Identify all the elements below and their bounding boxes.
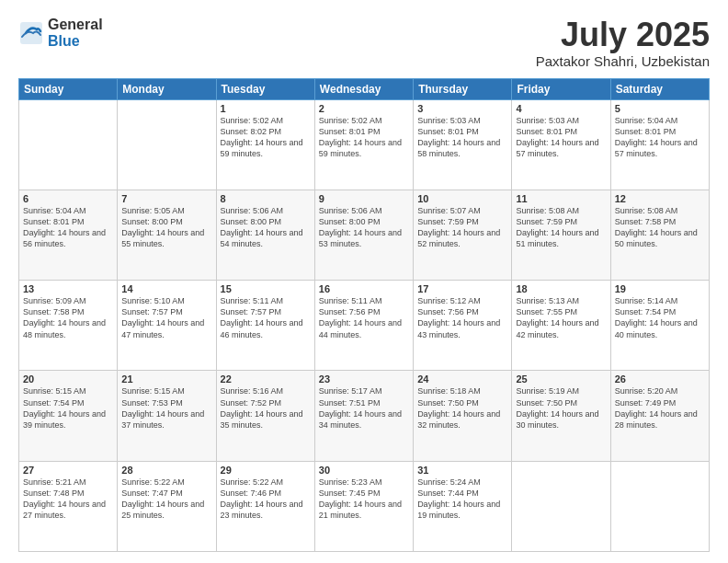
table-row: 3 Sunrise: 5:03 AMSunset: 8:01 PMDayligh…	[414, 99, 512, 190]
header-monday: Monday	[118, 78, 216, 99]
cell-date: 16	[319, 283, 409, 294]
header-thursday: Thursday	[414, 78, 512, 99]
cell-info: Sunrise: 5:20 AMSunset: 7:49 PMDaylight:…	[615, 386, 698, 429]
logo: General Blue	[18, 17, 103, 49]
cell-info: Sunrise: 5:11 AMSunset: 7:57 PMDaylight:…	[221, 296, 303, 339]
cell-date: 28	[121, 465, 211, 476]
cell-info: Sunrise: 5:06 AMSunset: 8:00 PMDaylight:…	[221, 206, 303, 248]
table-row: 16 Sunrise: 5:11 AMSunset: 7:56 PMDaylig…	[314, 281, 413, 371]
cell-info: Sunrise: 5:18 AMSunset: 7:50 PMDaylight:…	[417, 386, 500, 429]
cell-date: 2	[319, 103, 409, 114]
cell-info: Sunrise: 5:04 AMSunset: 8:01 PMDaylight:…	[23, 206, 106, 248]
header-saturday: Saturday	[610, 78, 709, 99]
table-row: 21 Sunrise: 5:15 AMSunset: 7:53 PMDaylig…	[118, 371, 216, 461]
calendar-week-row: 6 Sunrise: 5:04 AMSunset: 8:01 PMDayligh…	[19, 190, 710, 280]
cell-date: 18	[516, 283, 606, 294]
cell-info: Sunrise: 5:10 AMSunset: 7:57 PMDaylight:…	[121, 296, 204, 339]
table-row: 2 Sunrise: 5:02 AMSunset: 8:01 PMDayligh…	[314, 99, 413, 190]
table-row: 22 Sunrise: 5:16 AMSunset: 7:52 PMDaylig…	[216, 371, 314, 461]
cell-date: 15	[221, 283, 311, 294]
cell-date: 27	[23, 465, 113, 476]
table-row: 1 Sunrise: 5:02 AMSunset: 8:02 PMDayligh…	[216, 99, 314, 190]
cell-date: 24	[417, 373, 507, 385]
header: General Blue July 2025 Paxtakor Shahri, …	[18, 17, 710, 69]
cell-date: 4	[516, 103, 606, 114]
cell-info: Sunrise: 5:19 AMSunset: 7:50 PMDaylight:…	[516, 386, 598, 429]
table-row: 18 Sunrise: 5:13 AMSunset: 7:55 PMDaylig…	[512, 281, 610, 371]
table-row: 13 Sunrise: 5:09 AMSunset: 7:58 PMDaylig…	[19, 281, 118, 371]
cell-info: Sunrise: 5:14 AMSunset: 7:54 PMDaylight:…	[615, 296, 698, 339]
cell-info: Sunrise: 5:02 AMSunset: 8:02 PMDaylight:…	[221, 116, 303, 158]
cell-info: Sunrise: 5:15 AMSunset: 7:54 PMDaylight:…	[23, 386, 106, 429]
table-row: 4 Sunrise: 5:03 AMSunset: 8:01 PMDayligh…	[512, 99, 610, 190]
table-row: 15 Sunrise: 5:11 AMSunset: 7:57 PMDaylig…	[216, 281, 314, 371]
cell-date: 6	[23, 193, 113, 204]
table-row: 29 Sunrise: 5:22 AMSunset: 7:46 PMDaylig…	[216, 461, 314, 551]
cell-date: 5	[615, 103, 705, 114]
page: General Blue July 2025 Paxtakor Shahri, …	[0, 0, 728, 563]
cell-info: Sunrise: 5:15 AMSunset: 7:53 PMDaylight:…	[121, 386, 204, 429]
table-row: 27 Sunrise: 5:21 AMSunset: 7:48 PMDaylig…	[19, 461, 118, 551]
cell-info: Sunrise: 5:13 AMSunset: 7:55 PMDaylight:…	[516, 296, 598, 339]
header-friday: Friday	[512, 78, 610, 99]
table-row: 17 Sunrise: 5:12 AMSunset: 7:56 PMDaylig…	[414, 281, 512, 371]
logo-general-text: General	[48, 17, 103, 33]
cell-date: 17	[417, 283, 507, 294]
cell-date: 9	[319, 193, 409, 204]
calendar-week-row: 27 Sunrise: 5:21 AMSunset: 7:48 PMDaylig…	[19, 461, 710, 551]
header-tuesday: Tuesday	[216, 78, 314, 99]
cell-date: 11	[516, 193, 606, 204]
table-row: 10 Sunrise: 5:07 AMSunset: 7:59 PMDaylig…	[414, 190, 512, 280]
calendar-header-row: Sunday Monday Tuesday Wednesday Thursday…	[19, 78, 710, 99]
cell-info: Sunrise: 5:05 AMSunset: 8:00 PMDaylight:…	[121, 206, 204, 248]
table-row: 25 Sunrise: 5:19 AMSunset: 7:50 PMDaylig…	[512, 371, 610, 461]
cell-date: 29	[221, 465, 311, 476]
cell-date: 1	[221, 103, 311, 114]
table-row: 5 Sunrise: 5:04 AMSunset: 8:01 PMDayligh…	[610, 99, 709, 190]
table-row	[610, 461, 709, 551]
cell-info: Sunrise: 5:16 AMSunset: 7:52 PMDaylight:…	[221, 386, 303, 429]
table-row: 8 Sunrise: 5:06 AMSunset: 8:00 PMDayligh…	[216, 190, 314, 280]
table-row: 20 Sunrise: 5:15 AMSunset: 7:54 PMDaylig…	[19, 371, 118, 461]
table-row: 9 Sunrise: 5:06 AMSunset: 8:00 PMDayligh…	[314, 190, 413, 280]
cell-info: Sunrise: 5:03 AMSunset: 8:01 PMDaylight:…	[417, 116, 500, 158]
table-row: 28 Sunrise: 5:22 AMSunset: 7:47 PMDaylig…	[118, 461, 216, 551]
cell-info: Sunrise: 5:08 AMSunset: 7:58 PMDaylight:…	[615, 206, 698, 248]
table-row: 23 Sunrise: 5:17 AMSunset: 7:51 PMDaylig…	[314, 371, 413, 461]
table-row: 31 Sunrise: 5:24 AMSunset: 7:44 PMDaylig…	[414, 461, 512, 551]
table-row: 24 Sunrise: 5:18 AMSunset: 7:50 PMDaylig…	[414, 371, 512, 461]
table-row: 19 Sunrise: 5:14 AMSunset: 7:54 PMDaylig…	[610, 281, 709, 371]
table-row: 6 Sunrise: 5:04 AMSunset: 8:01 PMDayligh…	[19, 190, 118, 280]
table-row: 11 Sunrise: 5:08 AMSunset: 7:59 PMDaylig…	[512, 190, 610, 280]
header-sunday: Sunday	[19, 78, 118, 99]
cell-date: 12	[615, 193, 705, 204]
cell-date: 26	[615, 373, 705, 385]
month-title: July 2025	[536, 17, 710, 53]
cell-date: 7	[121, 193, 211, 204]
cell-date: 20	[23, 373, 113, 385]
table-row: 30 Sunrise: 5:23 AMSunset: 7:45 PMDaylig…	[314, 461, 413, 551]
table-row: 26 Sunrise: 5:20 AMSunset: 7:49 PMDaylig…	[610, 371, 709, 461]
calendar-week-row: 13 Sunrise: 5:09 AMSunset: 7:58 PMDaylig…	[19, 281, 710, 371]
calendar: Sunday Monday Tuesday Wednesday Thursday…	[18, 78, 710, 552]
table-row	[19, 99, 118, 190]
cell-date: 30	[319, 465, 409, 476]
cell-info: Sunrise: 5:04 AMSunset: 8:01 PMDaylight:…	[615, 116, 698, 158]
table-row	[512, 461, 610, 551]
logo-blue-text: Blue	[48, 33, 103, 50]
table-row: 7 Sunrise: 5:05 AMSunset: 8:00 PMDayligh…	[118, 190, 216, 280]
cell-info: Sunrise: 5:24 AMSunset: 7:44 PMDaylight:…	[417, 477, 500, 520]
cell-info: Sunrise: 5:22 AMSunset: 7:46 PMDaylight:…	[221, 477, 303, 520]
table-row	[118, 99, 216, 190]
cell-date: 25	[516, 373, 606, 385]
cell-date: 22	[221, 373, 311, 385]
cell-info: Sunrise: 5:23 AMSunset: 7:45 PMDaylight:…	[319, 477, 402, 520]
title-block: July 2025 Paxtakor Shahri, Uzbekistan	[536, 17, 710, 69]
cell-info: Sunrise: 5:11 AMSunset: 7:56 PMDaylight:…	[319, 296, 402, 339]
logo-icon	[18, 20, 44, 46]
calendar-week-row: 1 Sunrise: 5:02 AMSunset: 8:02 PMDayligh…	[19, 99, 710, 190]
cell-info: Sunrise: 5:06 AMSunset: 8:00 PMDaylight:…	[319, 206, 402, 248]
table-row: 14 Sunrise: 5:10 AMSunset: 7:57 PMDaylig…	[118, 281, 216, 371]
cell-info: Sunrise: 5:02 AMSunset: 8:01 PMDaylight:…	[319, 116, 402, 158]
cell-date: 31	[417, 465, 507, 476]
